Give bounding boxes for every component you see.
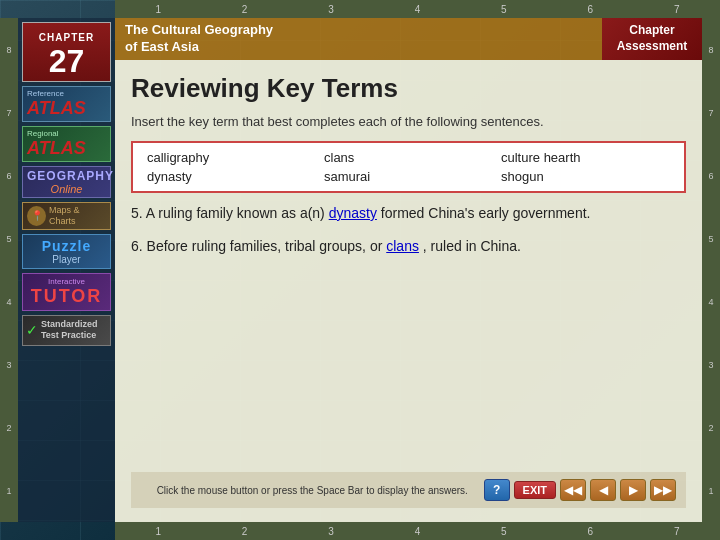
chapter-box: CHAPTER 27	[22, 22, 111, 82]
sidebar-item-chapter-maps[interactable]: 📍 Maps & Charts	[22, 202, 111, 230]
term-dynasty: dynasty	[143, 168, 320, 185]
atlas-text-1: ATLAS	[27, 98, 86, 118]
ruler-bottom-4: 4	[374, 526, 460, 537]
nav-buttons: ? EXIT ◀◀ ◀ ▶ ▶▶	[484, 479, 676, 501]
page-instruction: Insert the key term that best completes …	[131, 113, 686, 131]
question-6-number: 6.	[131, 238, 143, 254]
content-box: Reviewing Key Terms Insert the key term …	[115, 60, 702, 522]
puzzle-label: Puzzle	[26, 238, 107, 254]
geography-label: GEOGRAPHY	[27, 169, 106, 183]
question-5-text-before: A ruling family known as a(n)	[146, 205, 325, 221]
question-6-answer: clans	[386, 238, 419, 254]
page-heading: Reviewing Key Terms	[131, 74, 686, 103]
check-icon: ✓	[26, 322, 38, 338]
ruler-top-1: 1	[115, 4, 201, 15]
ruler-bottom-7: 7	[634, 526, 720, 537]
ruler-top-3: 3	[288, 4, 374, 15]
top-bar: The Cultural Geography of East Asia Chap…	[115, 18, 702, 60]
question-5-answer: dynasty	[329, 205, 377, 221]
ruler-top-6: 6	[547, 4, 633, 15]
sidebar-item-standardized-test[interactable]: ✓ StandardizedTest Practice	[22, 315, 111, 346]
ruler-bottom-2: 2	[201, 526, 287, 537]
ruler-right: 8 7 6 5 4 3 2 1	[702, 18, 720, 522]
ruler-bottom-6: 6	[547, 526, 633, 537]
main-content: The Cultural Geography of East Asia Chap…	[115, 18, 702, 522]
question-6-text-after: , ruled in China.	[423, 238, 521, 254]
question-6: 6. Before ruling families, tribal groups…	[131, 236, 686, 257]
ruler-left: 8 7 6 5 4 3 2 1	[0, 18, 18, 522]
sidebar-item-reference-atlas[interactable]: Reference ATLAS	[22, 86, 111, 122]
player-label: Player	[26, 254, 107, 265]
reference-label: Reference	[27, 89, 86, 98]
sidebar-item-geography-online[interactable]: GEOGRAPHY Online	[22, 166, 111, 198]
question-5-number: 5.	[131, 205, 143, 221]
sidebar-item-puzzle-player[interactable]: Puzzle Player	[22, 234, 111, 269]
ruler-bottom-1: 1	[115, 526, 201, 537]
nav-next-button[interactable]: ▶	[620, 479, 646, 501]
chapter-maps-label: Maps & Charts	[49, 205, 106, 227]
chapter-label: CHAPTER	[39, 32, 94, 43]
bottom-bar: Click the mouse button or press the Spac…	[131, 472, 686, 508]
ruler-bottom-5: 5	[461, 526, 547, 537]
interactive-label: Interactive	[26, 277, 107, 286]
chapter-assessment-button[interactable]: ChapterAssessment	[602, 18, 702, 60]
question-5-text-after: formed China's early government.	[381, 205, 591, 221]
atlas-text-2: ATLAS	[27, 138, 86, 158]
exit-button[interactable]: EXIT	[514, 481, 556, 499]
maps-icon: 📍	[27, 206, 46, 226]
question-5: 5. A ruling family known as a(n) dynasty…	[131, 203, 686, 224]
ruler-bottom: 1 2 3 4 5 6 7	[115, 522, 720, 540]
sidebar-item-regional-atlas[interactable]: Regional ATLAS	[22, 126, 111, 162]
terms-grid: calligraphy clans culture hearth dynasty…	[131, 141, 686, 193]
term-shogun: shogun	[497, 168, 674, 185]
ruler-top-2: 2	[201, 4, 287, 15]
questions-area: 5. A ruling family known as a(n) dynasty…	[131, 203, 686, 462]
regional-label: Regional	[27, 129, 106, 138]
ruler-bottom-3: 3	[288, 526, 374, 537]
ruler-top-4: 4	[374, 4, 460, 15]
term-samurai: samurai	[320, 168, 497, 185]
term-calligraphy: calligraphy	[143, 149, 320, 166]
nav-prev-button[interactable]: ◀	[590, 479, 616, 501]
sidebar: CHAPTER 27 Reference ATLAS Regional ATLA…	[18, 18, 115, 522]
sidebar-item-interactive-tutor[interactable]: Interactive TUTOR	[22, 273, 111, 311]
chapter-number: 27	[49, 43, 85, 79]
page-title: The Cultural Geography of East Asia	[125, 22, 592, 56]
help-button[interactable]: ?	[484, 479, 510, 501]
ruler-top-5: 5	[461, 4, 547, 15]
term-clans: clans	[320, 149, 497, 166]
ruler-top-7: 7	[634, 4, 720, 15]
chapter-assessment-label: ChapterAssessment	[617, 23, 688, 54]
tutor-label: TUTOR	[26, 286, 107, 307]
nav-first-button[interactable]: ◀◀	[560, 479, 586, 501]
page-title-area: The Cultural Geography of East Asia	[115, 18, 602, 60]
online-label: Online	[27, 183, 106, 195]
nav-last-button[interactable]: ▶▶	[650, 479, 676, 501]
term-culture-hearth: culture hearth	[497, 149, 674, 166]
standardized-label: StandardizedTest Practice	[41, 319, 98, 342]
click-instruction: Click the mouse button or press the Spac…	[141, 484, 484, 497]
question-6-text-before: Before ruling families, tribal groups, o…	[147, 238, 383, 254]
ruler-top: 1 2 3 4 5 6 7	[115, 0, 720, 18]
